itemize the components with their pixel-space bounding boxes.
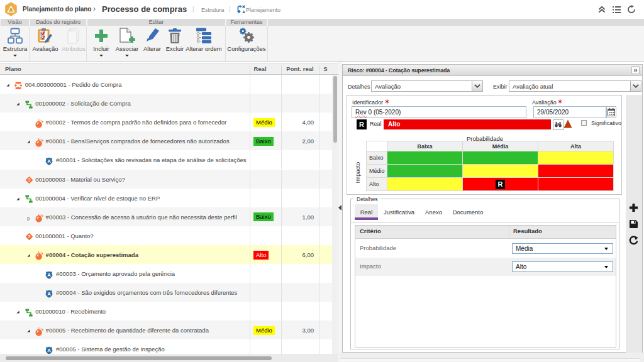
- svg-text:?: ?: [28, 234, 31, 239]
- svg-text:A: A: [48, 272, 52, 278]
- svg-text:?: ?: [28, 177, 31, 183]
- svg-text:A: A: [48, 291, 52, 297]
- svg-text:A: A: [48, 158, 52, 164]
- svg-text:A: A: [48, 348, 52, 353]
